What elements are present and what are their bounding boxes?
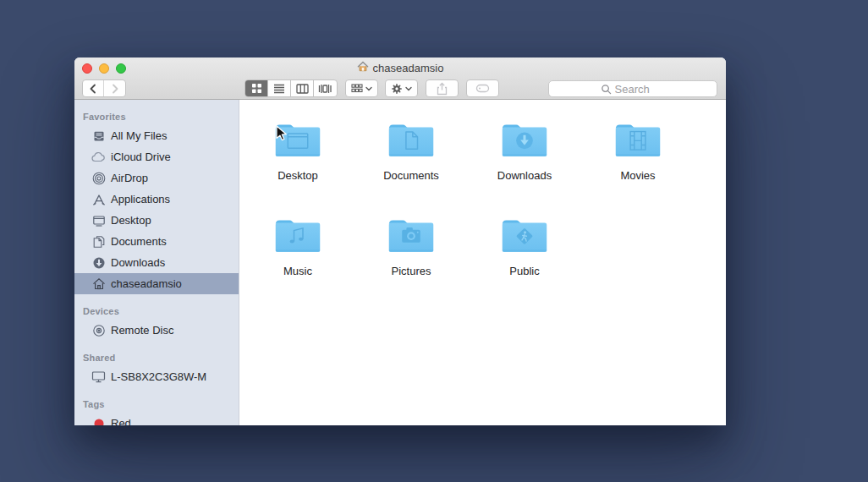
window-body: Favorites All My Files bbox=[74, 100, 726, 425]
folder-pictures[interactable]: Pictures bbox=[354, 214, 468, 277]
folder-downloads[interactable]: Downloads bbox=[468, 118, 581, 182]
home-proxy-icon[interactable] bbox=[357, 60, 369, 75]
sidebar-item-desktop[interactable]: Desktop bbox=[74, 210, 239, 231]
search-field[interactable] bbox=[548, 80, 717, 97]
icon-view-button[interactable] bbox=[245, 80, 268, 96]
sidebar-item-label: Documents bbox=[111, 235, 167, 248]
chevron-down-icon bbox=[365, 86, 372, 91]
sidebar-item-shared-computer[interactable]: L-SB8X2C3G8W-M bbox=[74, 366, 239, 387]
search-icon bbox=[601, 84, 612, 95]
folder-label: Desktop bbox=[277, 169, 318, 182]
sidebar-item-label: Applications bbox=[111, 193, 170, 205]
folder-movies[interactable]: Movies bbox=[581, 118, 695, 182]
sidebar-section-favorites: Favorites bbox=[74, 108, 239, 125]
forward-button[interactable] bbox=[104, 80, 125, 96]
home-icon bbox=[91, 277, 106, 291]
desktop: { "window": { "title": "chaseadamsio", "… bbox=[0, 0, 868, 482]
sidebar-item-all-my-files[interactable]: All My Files bbox=[74, 125, 239, 146]
sidebar-item-label: Desktop bbox=[111, 214, 151, 227]
tag-button[interactable] bbox=[466, 79, 499, 97]
gear-icon bbox=[391, 83, 403, 95]
folder-label: Documents bbox=[383, 169, 439, 182]
sidebar-item-label: Downloads bbox=[111, 256, 165, 269]
folder-music[interactable]: Music bbox=[241, 214, 354, 277]
share-icon bbox=[436, 82, 448, 96]
computer-icon bbox=[91, 370, 106, 384]
sidebar-item-label: Remote Disc bbox=[111, 324, 173, 337]
folder-public[interactable]: Public bbox=[468, 214, 581, 277]
window-title: chaseadamsio bbox=[373, 62, 444, 74]
folder-label: Pictures bbox=[392, 265, 431, 277]
sidebar-item-remote-disc[interactable]: Remote Disc bbox=[74, 320, 239, 341]
back-button[interactable] bbox=[83, 80, 104, 96]
sidebar-item-tag-red[interactable]: Red bbox=[74, 413, 239, 425]
window-chrome: chaseadamsio bbox=[74, 58, 726, 100]
search-input[interactable] bbox=[615, 83, 666, 96]
folder-icon bbox=[499, 214, 550, 255]
folder-icon bbox=[272, 214, 323, 255]
sidebar-item-home-selected[interactable]: chaseadamsio bbox=[74, 273, 239, 294]
titlebar[interactable]: chaseadamsio bbox=[74, 58, 726, 78]
folder-icon bbox=[499, 118, 550, 159]
folder-label: Movies bbox=[620, 169, 655, 182]
sidebar-item-label: iCloud Drive bbox=[111, 151, 171, 163]
sidebar-item-icloud-drive[interactable]: iCloud Drive bbox=[74, 146, 239, 167]
folder-icon bbox=[386, 214, 437, 255]
documents-icon bbox=[91, 234, 106, 249]
airdrop-icon bbox=[91, 171, 106, 185]
sidebar-item-label: Red bbox=[111, 417, 131, 425]
toolbar bbox=[74, 78, 726, 100]
finder-window: chaseadamsio bbox=[74, 58, 726, 425]
window-title-area: chaseadamsio bbox=[74, 58, 726, 78]
all-my-files-icon bbox=[91, 129, 106, 143]
folder-label: Music bbox=[283, 265, 312, 277]
column-view-button[interactable] bbox=[291, 80, 314, 96]
chevron-down-icon bbox=[405, 86, 412, 91]
sidebar-item-label: chaseadamsio bbox=[111, 277, 182, 290]
desktop-icon bbox=[91, 213, 106, 227]
folder-label: Public bbox=[509, 265, 539, 277]
sidebar-section-devices: Devices bbox=[74, 303, 239, 320]
sidebar-item-label: All My Files bbox=[111, 129, 167, 142]
folder-icon bbox=[613, 118, 663, 159]
view-switcher bbox=[244, 79, 338, 97]
downloads-icon bbox=[91, 255, 106, 270]
action-menu-button[interactable] bbox=[385, 79, 418, 97]
sidebar-item-documents[interactable]: Documents bbox=[74, 231, 239, 252]
arrange-button[interactable] bbox=[345, 79, 378, 97]
sidebar-section-shared: Shared bbox=[74, 349, 239, 366]
folder-documents[interactable]: Documents bbox=[354, 118, 468, 182]
icon-grid: Desktop Documents bbox=[241, 118, 695, 277]
sidebar: Favorites All My Files bbox=[74, 100, 239, 425]
folder-icon bbox=[386, 118, 437, 159]
sidebar-item-downloads[interactable]: Downloads bbox=[74, 252, 239, 273]
sidebar-item-label: L-SB8X2C3G8W-M bbox=[111, 370, 206, 383]
folder-label: Downloads bbox=[497, 169, 552, 182]
optical-disc-icon bbox=[91, 323, 106, 337]
list-view-button[interactable] bbox=[268, 80, 291, 96]
share-button[interactable] bbox=[426, 79, 459, 97]
file-browser-content[interactable]: Desktop Documents bbox=[239, 100, 726, 425]
applications-icon bbox=[91, 192, 106, 206]
sidebar-section-tags: Tags bbox=[74, 396, 239, 413]
sidebar-item-applications[interactable]: Applications bbox=[74, 189, 239, 210]
coverflow-view-button[interactable] bbox=[314, 80, 337, 96]
tag-icon bbox=[475, 83, 490, 94]
red-tag-icon bbox=[91, 416, 106, 425]
sidebar-item-label: AirDrop bbox=[111, 172, 148, 184]
cloud-icon bbox=[91, 150, 106, 164]
nav-buttons bbox=[82, 79, 126, 97]
sidebar-item-airdrop[interactable]: AirDrop bbox=[74, 167, 239, 189]
folder-desktop[interactable]: Desktop bbox=[241, 118, 354, 182]
folder-icon bbox=[272, 118, 323, 159]
